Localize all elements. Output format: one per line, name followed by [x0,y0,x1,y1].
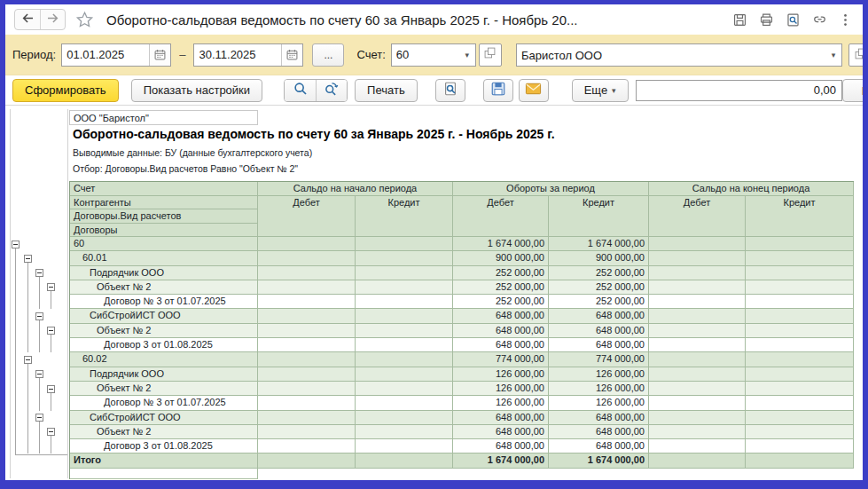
cell-start-credit[interactable] [356,280,453,295]
cell-turnover-credit[interactable]: 252 000,00 [549,266,649,280]
cell-start-credit[interactable] [356,396,453,410]
cell-start-credit[interactable] [356,439,453,454]
print-button[interactable]: Печать [355,79,418,102]
print-preview-button[interactable] [435,79,465,102]
cell-start-debit[interactable] [258,439,356,454]
cell-turnover-debit[interactable]: 252 000,00 [453,266,549,280]
cell-label[interactable]: СибСтройИСТ ООО [70,309,258,323]
more-button-right[interactable]: Еще [842,79,863,102]
cell-turnover-credit[interactable]: 648 000,00 [549,309,649,323]
cell-turnover-debit[interactable]: 774 000,00 [453,352,549,367]
generate-button[interactable]: Сформировать [12,79,119,102]
cell-turnover-credit[interactable]: 648 000,00 [549,338,649,352]
tree-expander-icon[interactable] [47,385,55,393]
cell-label[interactable]: СибСтройИСТ ООО [70,411,258,425]
cell-turnover-debit[interactable]: 126 000,00 [453,396,549,410]
cell-end-debit[interactable] [649,454,746,468]
cell-label[interactable]: Подрядчик ООО [70,266,258,280]
cell-end-debit[interactable] [649,425,746,439]
cell-start-debit[interactable] [258,425,356,439]
link-icon-button[interactable] [812,12,827,28]
cell-end-debit[interactable] [649,439,746,454]
cell-end-credit[interactable] [746,382,854,396]
cell-turnover-debit[interactable]: 1 674 000,00 [453,454,549,468]
cell-label[interactable]: 60.01 [70,251,258,265]
account-input[interactable]: 60 ▾ [391,43,476,67]
cell-start-credit[interactable] [356,425,453,439]
cell-end-debit[interactable] [649,338,746,352]
cell-turnover-credit[interactable]: 774 000,00 [549,352,649,367]
calendar-icon[interactable] [281,44,302,66]
period-from-input[interactable]: 01.01.2025 [61,43,171,67]
period-to-input[interactable]: 30.11.2025 [193,43,303,67]
tree-expander-icon[interactable] [12,241,20,248]
cell-turnover-debit[interactable]: 648 000,00 [453,425,549,439]
cell-turnover-debit[interactable]: 648 000,00 [453,324,549,338]
period-more-button[interactable]: ... [312,43,344,67]
cell-end-credit[interactable] [746,425,854,439]
cell-turnover-debit[interactable]: 252 000,00 [453,295,549,309]
header-credit[interactable]: Кредит [746,196,854,237]
cell-start-credit[interactable] [356,338,453,352]
search-next-button[interactable] [316,80,347,101]
cell-start-debit[interactable] [258,295,356,309]
cell-turnover-credit[interactable]: 648 000,00 [549,324,649,338]
cell-end-debit[interactable] [649,382,746,396]
chevron-down-icon[interactable]: ▾ [825,51,841,59]
cell-turnover-credit[interactable]: 900 000,00 [549,251,649,265]
cell-start-debit[interactable] [258,251,356,265]
cell-end-debit[interactable] [649,352,746,367]
print-icon-button[interactable] [759,12,774,28]
tree-expander-icon[interactable] [47,283,55,291]
header-credit[interactable]: Кредит [356,196,453,237]
cell-end-debit[interactable] [649,396,746,410]
header-account[interactable]: Счет [70,182,257,196]
tree-expander-icon[interactable] [24,255,32,263]
cell-turnover-debit[interactable]: 126 000,00 [453,382,549,396]
cell-end-credit[interactable] [746,295,854,309]
sum-field[interactable]: 0,00 [636,80,842,101]
cell-label[interactable]: Договор 3 от 01.08.2025 [70,439,258,454]
header-credit[interactable]: Кредит [549,196,649,237]
cell-end-debit[interactable] [649,367,746,382]
cell-turnover-credit[interactable]: 1 674 000,00 [549,237,649,251]
cell-label[interactable]: Договор № 3 от 01.07.2025 [70,295,258,309]
cell-label[interactable]: Договор № 3 от 01.07.2025 [70,396,258,410]
cell-label[interactable]: Объект № 2 [70,382,258,396]
cell-turnover-debit[interactable]: 252 000,00 [453,280,549,295]
tree-expander-icon[interactable] [35,269,43,277]
search-button[interactable] [285,80,316,101]
header-opening-balance[interactable]: Сальдо на начало периода [258,182,453,196]
cell-start-debit[interactable] [258,396,356,410]
cell-end-credit[interactable] [746,411,854,425]
tree-expander-icon[interactable] [35,370,43,378]
cell-end-credit[interactable] [746,251,854,265]
cell-start-debit[interactable] [258,324,356,338]
account-choose-button[interactable] [479,43,502,67]
cell-turnover-debit[interactable]: 648 000,00 [453,411,549,425]
cell-end-credit[interactable] [746,237,854,251]
header-debit[interactable]: Дебет [258,196,356,237]
cell-turnover-credit[interactable]: 648 000,00 [549,411,649,425]
tree-expander-icon[interactable] [35,312,43,320]
save-button[interactable] [483,79,513,102]
cell-end-debit[interactable] [649,237,746,251]
organization-input[interactable]: Баристол ООО ▾ [516,43,842,67]
cell-turnover-credit[interactable]: 126 000,00 [549,382,649,396]
cell-label[interactable]: Договор 3 от 01.08.2025 [70,338,258,352]
cell-end-credit[interactable] [746,396,854,410]
menu-kebab-button[interactable] [839,12,852,28]
favorites-star-icon[interactable] [75,11,94,29]
show-settings-button[interactable]: Показать настройки [131,79,262,102]
cell-turnover-credit[interactable]: 252 000,00 [549,295,649,309]
cell-end-debit[interactable] [649,309,746,323]
cell-start-debit[interactable] [258,411,356,425]
cell-start-credit[interactable] [356,237,453,251]
cell-label[interactable]: Объект № 2 [70,425,258,439]
tree-expander-icon[interactable] [47,428,55,436]
cell-start-credit[interactable] [356,251,453,265]
cell-turnover-debit[interactable]: 1 674 000,00 [453,237,549,251]
chevron-down-icon[interactable]: ▾ [459,51,475,59]
cell-end-credit[interactable] [746,324,854,338]
save-icon-button[interactable] [732,12,747,28]
